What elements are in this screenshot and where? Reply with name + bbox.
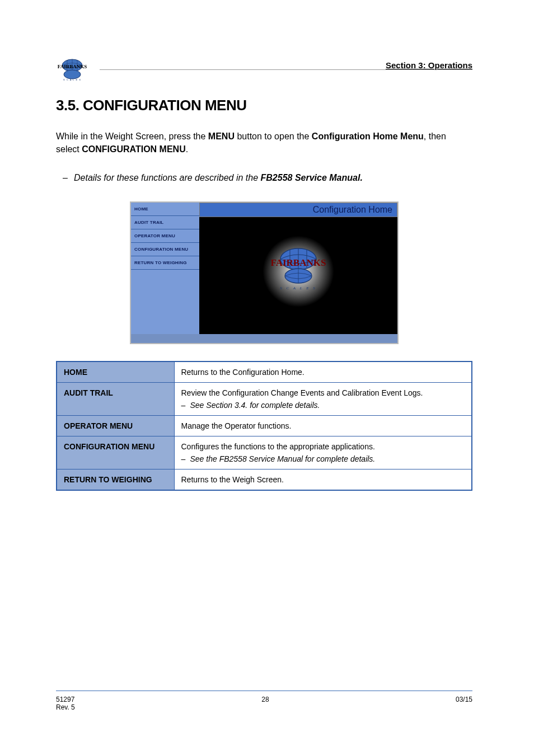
details-note: Details for these functions are describe…: [56, 171, 472, 184]
sidebar-item-configuration-menu[interactable]: CONFIGURATION MENU: [131, 243, 199, 256]
footer-left: 51297 Rev. 5: [56, 696, 75, 711]
row-label-return-to-weighing: RETURN TO WEIGHING: [57, 469, 174, 490]
ui-sidebar: HOME AUDIT TRAIL OPERATOR MENU CONFIGURA…: [131, 203, 199, 334]
row-desc-return-to-weighing: Returns to the Weigh Screen.: [174, 469, 472, 490]
row-label-configuration-menu: CONFIGURATION MENU: [57, 436, 174, 469]
sidebar-spacer: [131, 270, 199, 334]
embedded-screenshot: HOME AUDIT TRAIL OPERATOR MENU CONFIGURA…: [130, 201, 399, 344]
table-row: AUDIT TRAIL Review the Configuration Cha…: [57, 382, 472, 415]
intro-paragraph: While in the Weight Screen, press the ME…: [56, 130, 470, 156]
table-row: CONFIGURATION MENU Configures the functi…: [57, 436, 472, 469]
section-label: Section 3: Operations: [386, 60, 472, 70]
page-title: 3.5. CONFIGURATION MENU: [56, 97, 472, 114]
svg-text:FAIRBANKS: FAIRBANKS: [271, 257, 326, 268]
sidebar-item-operator-menu[interactable]: OPERATOR MENU: [131, 229, 199, 243]
table-row: HOME Returns to the Configuration Home.: [57, 361, 472, 383]
sidebar-item-audit-trail[interactable]: AUDIT TRAIL: [131, 216, 199, 229]
ui-footer-bar: [131, 334, 397, 343]
row-label-home: HOME: [57, 361, 174, 383]
sidebar-item-return-to-weighing[interactable]: RETURN TO WEIGHING: [131, 256, 199, 270]
table-row: RETURN TO WEIGHING Returns to the Weigh …: [57, 469, 472, 490]
svg-point-5: [64, 70, 81, 79]
definition-table: HOME Returns to the Configuration Home. …: [56, 361, 472, 491]
table-row: OPERATOR MENU Manage the Operator functi…: [57, 415, 472, 436]
ui-logo-area: FAIRBANKS S C A L E S: [199, 217, 397, 326]
fairbanks-logo-icon: FAIRBANKS S C A L E S: [268, 243, 329, 299]
footer-page-number: 28: [261, 696, 269, 711]
svg-text:FAIRBANKS: FAIRBANKS: [58, 64, 87, 69]
row-desc-operator-menu: Manage the Operator functions.: [174, 415, 472, 436]
page-header: FAIRBANKS S C A L E S Section 3: Operati…: [56, 56, 472, 83]
row-desc-configuration-menu: Configures the functions to the appropri…: [174, 436, 472, 469]
page-footer: 51297 Rev. 5 28 03/15: [56, 691, 472, 711]
row-label-audit-trail: AUDIT TRAIL: [57, 382, 174, 415]
svg-text:S C A L E S: S C A L E S: [63, 78, 81, 81]
menu-button-ref: MENU: [208, 132, 235, 141]
ui-titlebar: Configuration Home: [199, 203, 397, 217]
footer-right: 03/15: [456, 696, 472, 711]
sidebar-item-home[interactable]: HOME: [131, 203, 199, 216]
row-desc-home: Returns to the Configuration Home.: [174, 361, 472, 383]
row-label-operator-menu: OPERATOR MENU: [57, 415, 174, 436]
row-desc-audit-trail: Review the Configuration Change Events a…: [174, 382, 472, 415]
svg-text:S C A L E S: S C A L E S: [280, 286, 316, 290]
fairbanks-logo-small: FAIRBANKS S C A L E S: [56, 56, 88, 83]
